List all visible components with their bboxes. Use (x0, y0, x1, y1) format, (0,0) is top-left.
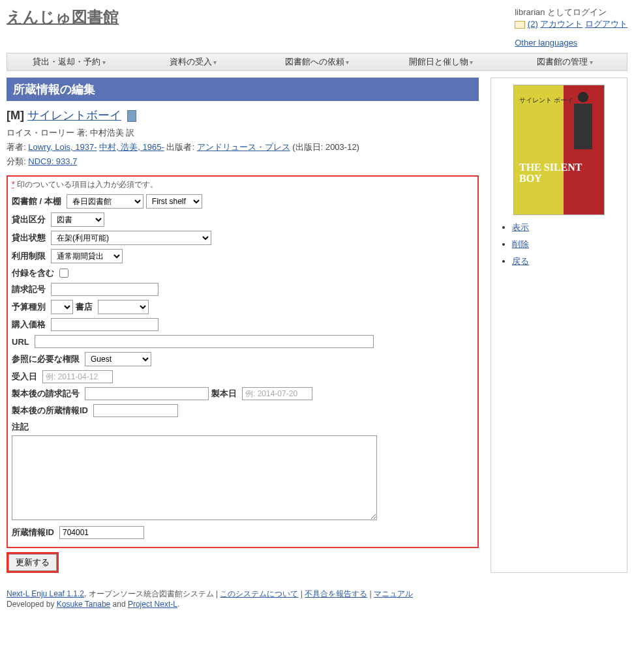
use-restriction-label: 利用制限 (12, 250, 46, 262)
required-star-icon: * (12, 180, 15, 189)
required-role-label: 参照に必要な権限 (12, 353, 80, 365)
include-supplements-label: 付録を含む (12, 267, 54, 279)
binded-at-label: 製本日 (211, 388, 237, 400)
footer-sep2: | (367, 589, 374, 598)
binded-at-input[interactable] (242, 387, 312, 400)
developed-by-text: Developed by (7, 600, 57, 609)
about-link[interactable]: このシステムについて (220, 589, 298, 598)
classification-line: 分類: NDC9: 933.7 (7, 156, 479, 168)
call-number-label: 請求記号 (12, 284, 46, 295)
required-role-select[interactable]: Guest (85, 352, 151, 366)
circulation-status-label: 貸出状態 (12, 232, 46, 244)
library-shelf-label: 図書館 / 本棚 (12, 196, 61, 207)
price-label: 購入価格 (12, 319, 46, 330)
submit-button[interactable]: 更新する (8, 554, 57, 571)
nav-requests[interactable]: 図書館への依頼 (255, 56, 379, 68)
bookstore-label: 書店 (76, 301, 93, 313)
user-area: librarian としてログイン (2) アカウント ログアウト Other … (515, 7, 627, 48)
sidebar-show-link[interactable]: 表示 (512, 222, 529, 232)
period-text: . (177, 600, 179, 609)
binding-item-id-input[interactable] (93, 404, 178, 417)
material-type-mark: [M] (7, 109, 24, 122)
checkout-type-label: 貸出区分 (12, 214, 46, 226)
acquired-at-input[interactable] (42, 370, 113, 383)
binding-call-number-input[interactable] (85, 387, 209, 400)
account-link[interactable]: アカウント (540, 19, 582, 29)
developer-1-link[interactable]: Kosuke Tanabe (57, 600, 111, 609)
url-input[interactable] (35, 335, 374, 348)
creator-link-2[interactable]: 中村, 浩美, 1965- (99, 142, 164, 152)
messages-link[interactable]: (2) (528, 19, 538, 29)
statement-of-responsibility: ロイス・ローリー 著; 中村浩美 訳 (7, 127, 479, 139)
item-identifier-input[interactable] (59, 526, 144, 539)
creators-line: 著者: Lowry, Lois, 1937- 中村, 浩美, 1965- 出版者… (7, 141, 479, 153)
report-bug-link[interactable]: 不具合を報告する (305, 589, 367, 598)
item-identifier-label: 所蔵情報ID (12, 527, 54, 538)
binding-call-number-label: 製本後の請求記号 (12, 388, 80, 400)
cover-jp-title: サイレント ボーイ (519, 96, 573, 105)
footer-tagline: , オープンソース統合図書館システム | (84, 589, 218, 598)
footer-sep1: | (298, 589, 305, 598)
and-text: and (110, 600, 128, 609)
footer: Next-L Enju Leaf 1.1.2, オープンソース統合図書館システム… (7, 589, 627, 609)
url-label: URL (12, 337, 29, 347)
item-form: * 印のついている項目は入力が必須です。 図書館 / 本棚 春日図書館 Firs… (7, 175, 479, 548)
nav-acquisition[interactable]: 資料の受入 (131, 56, 255, 68)
binding-item-id-label: 製本後の所蔵情報ID (12, 405, 88, 416)
book-cover: サイレント ボーイ THE SILENT BOY (513, 85, 605, 215)
sidebar-back-link[interactable]: 戻る (512, 256, 529, 266)
developer-2-link[interactable]: Project Next-L (128, 600, 177, 609)
pubdate: (出版日: 2003-12) (292, 142, 359, 152)
section-header: 所蔵情報の編集 (7, 78, 479, 101)
budget-type-select[interactable] (51, 300, 73, 314)
logout-link[interactable]: ログアウト (585, 19, 627, 29)
call-number-input[interactable] (51, 283, 158, 296)
use-restriction-select[interactable]: 通常期間貸出 (51, 249, 123, 263)
shelf-select[interactable]: First shelf (146, 194, 202, 209)
budget-type-label: 予算種別 (12, 301, 46, 313)
sidebar: サイレント ボーイ THE SILENT BOY 表示 削除 戻る (491, 78, 627, 573)
publisher-link[interactable]: アンドリュース・プレス (197, 142, 290, 152)
manual-link[interactable]: マニュアル (374, 589, 413, 598)
checkout-type-select[interactable]: 図書 (51, 212, 104, 227)
required-note: * 印のついている項目は入力が必須です。 (12, 179, 474, 190)
sidebar-delete-link[interactable]: 削除 (512, 239, 529, 249)
include-supplements-checkbox[interactable] (59, 269, 68, 278)
library-select[interactable]: 春日図書館 (67, 194, 143, 209)
nav-events[interactable]: 開館日と催し物 (379, 56, 503, 68)
circulation-status-select[interactable]: 在架(利用可能) (51, 231, 211, 245)
nav-checkout[interactable]: 貸出・返却・予約 (7, 56, 131, 68)
note-label: 注記 (12, 421, 471, 433)
navbar: 貸出・返却・予約 資料の受入 図書館への依頼 開館日と催し物 図書館の管理 (7, 53, 627, 71)
manifestation-title-link[interactable]: サイレントボーイ (27, 109, 121, 122)
note-textarea[interactable] (12, 435, 377, 520)
publisher-label: 出版者: (166, 142, 194, 152)
acquired-at-label: 受入日 (12, 371, 37, 383)
other-languages-link[interactable]: Other languages (515, 38, 627, 48)
classification-label: 分類: (7, 156, 26, 166)
cover-figure-icon (569, 92, 600, 170)
book-icon (127, 110, 136, 122)
classification-link[interactable]: NDC9: 933.7 (28, 156, 77, 166)
nav-admin[interactable]: 図書館の管理 (503, 56, 627, 68)
product-link[interactable]: Next-L Enju Leaf 1.1.2 (7, 589, 84, 598)
price-input[interactable] (51, 318, 158, 331)
mail-icon (515, 21, 525, 29)
creator-link-1[interactable]: Lowry, Lois, 1937- (28, 142, 97, 152)
cover-en-title: THE SILENT BOY (519, 162, 604, 184)
login-status: librarian としてログイン (515, 7, 627, 18)
required-note-text: 印のついている項目は入力が必須です。 (17, 180, 158, 189)
site-title-link[interactable]: えんじゅ図書館 (7, 7, 119, 27)
bib-title: [M] サイレントボーイ (7, 108, 479, 123)
bookstore-select[interactable] (98, 300, 149, 314)
creator-label: 著者: (7, 142, 26, 152)
